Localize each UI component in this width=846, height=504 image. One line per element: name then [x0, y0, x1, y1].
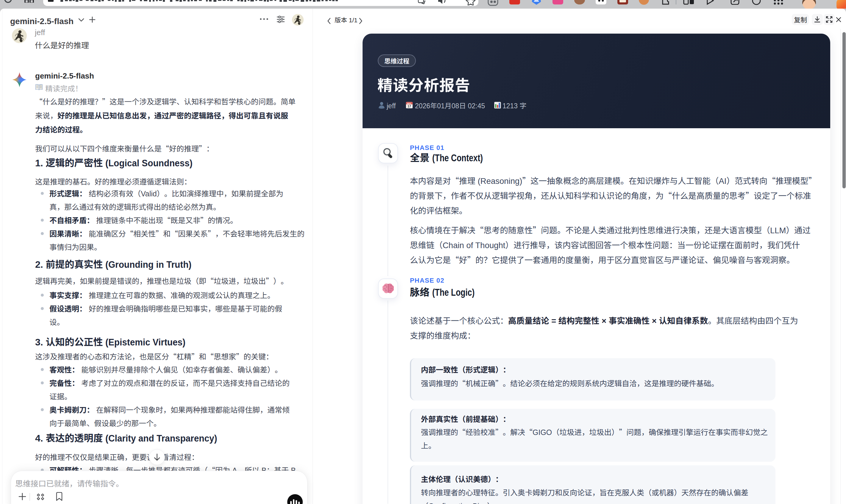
svg-text:17: 17	[407, 104, 411, 108]
svg-text:древ: древ	[407, 102, 411, 104]
